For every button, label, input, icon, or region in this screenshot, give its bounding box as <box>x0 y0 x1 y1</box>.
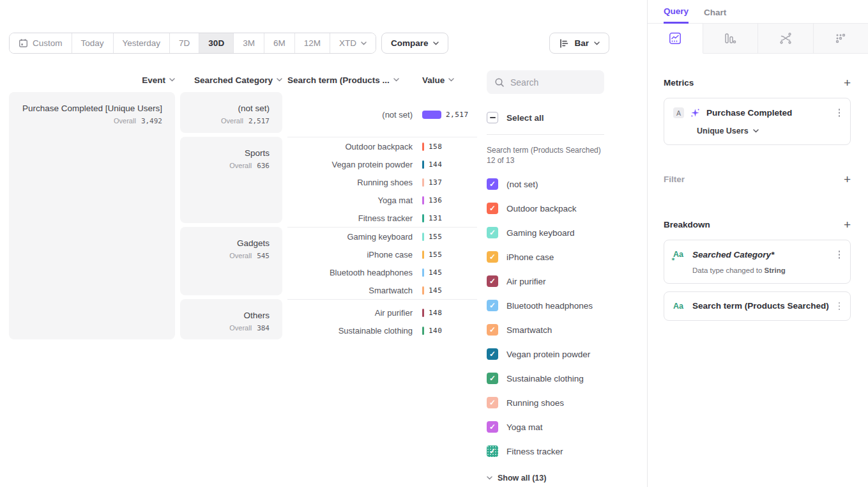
checkbox-checked[interactable]: ✓ <box>487 421 498 433</box>
metric-card[interactable]: A Purchase Completed Unique Users <box>664 98 851 145</box>
terms-list: Outdoor backpack 158 Vegan protein powde… <box>287 137 477 227</box>
term-row[interactable]: Smartwatch 145 <box>287 281 477 299</box>
checkbox-checked[interactable]: ✓ <box>487 348 498 360</box>
select-all-row[interactable]: Select all <box>487 112 635 123</box>
term-row[interactable]: Gaming keyboard 155 <box>287 228 477 245</box>
retention-report-tab[interactable] <box>814 24 868 54</box>
event-sparkle-icon <box>690 108 700 118</box>
category-group: Others Overall384 Air purifier 148 Susta… <box>180 299 477 343</box>
column-header-event[interactable]: Event <box>9 75 175 85</box>
date-button-7d[interactable]: 7D <box>170 33 199 53</box>
legend-item[interactable]: ✓ iPhone case <box>487 245 635 269</box>
legend-item[interactable]: ✓ Air purifier <box>487 269 635 293</box>
add-filter-button[interactable]: + <box>844 173 851 185</box>
compare-button[interactable]: Compare <box>381 33 449 54</box>
event-cell[interactable]: Purchase Completed [Unique Users] Overal… <box>9 92 175 339</box>
chevron-down-icon <box>393 78 399 82</box>
date-button-custom[interactable]: Custom <box>10 33 72 53</box>
date-button-yesterday[interactable]: Yesterday <box>114 33 171 53</box>
legend-item[interactable]: ✓ Gaming keyboard <box>487 220 635 245</box>
chevron-down-icon <box>361 42 367 45</box>
breakdown-card[interactable]: Aa Search term (Products Searched) <box>664 291 851 321</box>
checkbox-checked[interactable]: ✓ <box>487 227 498 238</box>
term-row[interactable]: Running shoes 137 <box>287 173 477 191</box>
date-button-label: Custom <box>33 38 63 48</box>
toolbar: Custom Today Yesterday 7D 30D 3M 6M 12M … <box>9 33 609 54</box>
checkbox-checked[interactable]: ✓ <box>487 445 498 457</box>
column-header-value[interactable]: Value <box>413 75 454 85</box>
funnels-report-tab[interactable] <box>703 24 759 54</box>
category-cell[interactable]: Others Overall384 <box>180 299 282 339</box>
legend-item[interactable]: ✓ Yoga mat <box>487 415 635 439</box>
term-row[interactable]: (not set) 2,517 <box>287 105 477 123</box>
string-property-icon: Aa✶ <box>673 250 686 259</box>
checkbox-checked[interactable]: ✓ <box>487 397 498 408</box>
chevron-down-icon <box>753 129 759 133</box>
tab-chart[interactable]: Chart <box>704 8 726 23</box>
term-row[interactable]: Sustainable clothing 140 <box>287 321 477 339</box>
show-all-toggle[interactable]: Show all (13) <box>487 474 635 483</box>
term-row[interactable]: Outdoor backpack 158 <box>287 137 477 155</box>
date-button-6m[interactable]: 6M <box>264 33 295 53</box>
legend-item[interactable]: ✓ Bluetooth headphones <box>487 293 635 318</box>
date-button-30d[interactable]: 30D <box>199 33 234 53</box>
category-cell[interactable]: Sports Overall636 <box>180 137 282 223</box>
chevron-down-icon <box>487 476 492 480</box>
legend-item[interactable]: ✓ Sustainable clothing <box>487 366 635 390</box>
app: Custom Today Yesterday 7D 30D 3M 6M 12M … <box>0 0 868 487</box>
breakdown-property-name: Search term (Products Searched) <box>692 301 831 311</box>
column-header-search-term[interactable]: Search term (Products ... <box>287 75 413 85</box>
term-row[interactable]: iPhone case 155 <box>287 245 477 263</box>
value-bar <box>422 268 424 277</box>
term-row[interactable]: Fitness tracker 131 <box>287 209 477 227</box>
checkbox-checked[interactable]: ✓ <box>487 251 498 263</box>
add-breakdown-button[interactable]: + <box>844 219 851 231</box>
kebab-menu-icon[interactable] <box>837 301 842 312</box>
select-all-checkbox[interactable] <box>487 112 498 123</box>
kebab-menu-icon[interactable] <box>837 249 842 260</box>
search-input[interactable] <box>510 77 593 88</box>
checkbox-checked[interactable]: ✓ <box>487 203 498 214</box>
column-header-terms-group: Search term (Products ... Value <box>287 75 477 85</box>
breakdown-card[interactable]: Aa✶ Searched Category* Data type changed… <box>664 240 851 284</box>
term-row[interactable]: Bluetooth headphones 145 <box>287 263 477 281</box>
legend-item[interactable]: ✓ (not set) <box>487 172 635 196</box>
measure-dropdown[interactable]: Unique Users <box>673 127 841 135</box>
kebab-menu-icon[interactable] <box>837 107 842 118</box>
checkbox-checked[interactable]: ✓ <box>487 300 498 311</box>
date-button-xtd[interactable]: XTD <box>330 33 376 53</box>
checkbox-checked[interactable]: ✓ <box>487 275 498 287</box>
term-row[interactable]: Yoga mat 136 <box>287 191 477 209</box>
legend-item[interactable]: ✓ Smartwatch <box>487 318 635 342</box>
chevron-down-icon <box>433 42 439 45</box>
legend-item[interactable]: ✓ Running shoes <box>487 390 635 415</box>
legend-filter-panel: Select all Search term (Products Searche… <box>487 70 635 483</box>
flows-report-tab[interactable] <box>758 24 814 54</box>
funnel-icon <box>724 32 736 45</box>
category-cell[interactable]: (not set) Overall2,517 <box>180 92 282 133</box>
column-header-searched-category[interactable]: Searched Category <box>180 75 282 85</box>
checkbox-checked[interactable]: ✓ <box>487 324 498 336</box>
filter-section-header: Filter + <box>664 173 851 185</box>
date-button-12m[interactable]: 12M <box>295 33 330 53</box>
legend-item[interactable]: ✓ Outdoor backpack <box>487 196 635 220</box>
date-button-today[interactable]: Today <box>72 33 114 53</box>
chart-type-button[interactable]: Bar <box>549 33 609 54</box>
term-row[interactable]: Air purifier 148 <box>287 304 477 321</box>
tab-query[interactable]: Query <box>664 6 689 24</box>
date-button-3m[interactable]: 3M <box>234 33 264 53</box>
chevron-down-icon <box>594 42 600 45</box>
legend-item[interactable]: ✓ Vegan protein powder <box>487 342 635 366</box>
checkbox-checked[interactable]: ✓ <box>487 373 498 384</box>
groups-column: (not set) Overall2,517 (not set) 2,517 <box>180 92 477 343</box>
category-cell[interactable]: Gadgets Overall545 <box>180 227 282 295</box>
divider <box>487 134 604 135</box>
term-row[interactable]: Vegan protein powder 144 <box>287 155 477 173</box>
checkbox-checked[interactable]: ✓ <box>487 178 498 190</box>
add-metric-button[interactable]: + <box>844 77 851 89</box>
terms-list: Air purifier 148 Sustainable clothing 14… <box>287 299 477 343</box>
main-area: Custom Today Yesterday 7D 30D 3M 6M 12M … <box>0 0 647 487</box>
insights-report-tab[interactable] <box>648 24 703 54</box>
table-body: Purchase Completed [Unique Users] Overal… <box>9 92 477 343</box>
legend-item[interactable]: ✓ Fitness tracker <box>487 439 635 463</box>
